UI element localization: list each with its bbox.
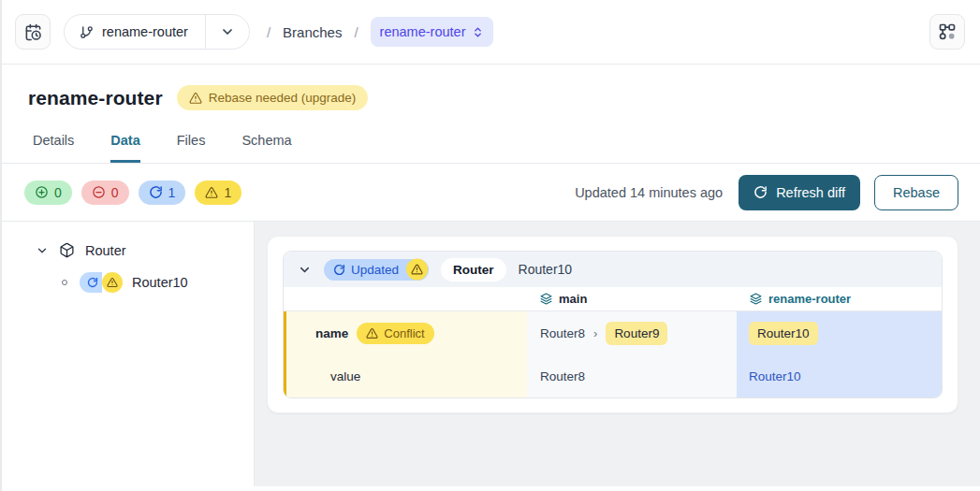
field-value-cell: value (284, 354, 527, 397)
updated-status-badge: Updated (324, 259, 429, 281)
main-column-label: main (559, 292, 587, 306)
layers-icon (540, 293, 552, 305)
value-branch-value: Router10 (749, 369, 801, 383)
diff-toolbar: 0 0 1 1 Updated 14 minutes ago Ref (2, 164, 980, 222)
breadcrumb-branch-name: rename-router (380, 24, 466, 39)
tree-item-router[interactable]: Router (36, 242, 254, 258)
workflow-icon (938, 22, 957, 41)
diff-table: main rename-router name (284, 287, 942, 397)
field-name-cell: name Conflict (284, 311, 527, 354)
change-arrow: › (593, 326, 597, 340)
refresh-icon (149, 185, 163, 199)
chevron-down-icon[interactable] (298, 263, 312, 277)
updated-conflict-status-badge (80, 272, 123, 293)
history-button[interactable] (15, 14, 51, 50)
page-body: Router Router10 (2, 222, 980, 486)
last-updated-text: Updated 14 minutes ago (575, 185, 723, 200)
layers-icon (750, 293, 762, 305)
branch-selector-value: rename-router (102, 24, 188, 39)
removed-count-badge: 0 (81, 181, 129, 205)
breadcrumb-branches-link[interactable]: Branches (283, 24, 342, 40)
entity-instance-name: Router10 (519, 262, 573, 277)
breadcrumb-branch-picker[interactable]: rename-router (371, 17, 494, 47)
conflict-count: 1 (224, 185, 231, 200)
key-column-header (284, 287, 527, 311)
refresh-icon (80, 272, 102, 293)
workflow-view-button[interactable] (929, 14, 965, 50)
breadcrumb: / Branches / rename-router (267, 17, 494, 47)
rebase-needed-label: Rebase needed (upgrade) (209, 91, 357, 105)
name-branch-value-cell: Router10 (737, 311, 942, 354)
conflict-badge-label: Conflict (384, 326, 424, 340)
tree-child-label: Router10 (132, 275, 188, 290)
calendar-clock-icon (24, 23, 42, 41)
branch-selector-caret[interactable] (206, 15, 249, 49)
diff-stats: 0 0 1 1 (24, 181, 241, 205)
minus-circle-icon (92, 185, 106, 199)
warning-triangle-icon (102, 272, 123, 293)
name-old-value: Router8 (540, 326, 585, 340)
chevrons-up-down-icon (472, 26, 484, 38)
chevron-down-icon[interactable] (36, 244, 49, 257)
field-name-label: name (315, 326, 348, 340)
git-branch-icon (80, 25, 94, 39)
top-bar: rename-router / Branches / rename-router (2, 0, 980, 65)
branch-column-label: rename-router (768, 292, 851, 306)
main-column-header: main (527, 287, 737, 311)
tree-item-router10[interactable]: Router10 (62, 272, 254, 293)
modified-count: 1 (168, 185, 176, 200)
updated-status-label: Updated (351, 263, 399, 277)
value-old-value: Router8 (540, 369, 585, 383)
warning-triangle-icon (406, 259, 428, 281)
added-count-badge: 0 (24, 181, 72, 205)
warning-triangle-icon (366, 327, 378, 339)
field-value-label: value (330, 369, 360, 383)
breadcrumb-separator: / (354, 24, 358, 40)
refresh-diff-button[interactable]: Refresh diff (739, 175, 860, 210)
warning-triangle-icon (205, 186, 218, 199)
conflict-count-badge: 1 (195, 181, 241, 205)
refresh-icon (333, 264, 345, 276)
diff-results-card: Updated Router Router10 (267, 236, 958, 413)
tab-schema[interactable]: Schema (241, 133, 291, 163)
rebase-needed-badge: Rebase needed (upgrade) (177, 85, 369, 110)
tree-bullet-icon (62, 280, 67, 285)
tab-data[interactable]: Data (110, 133, 139, 163)
name-new-value-highlight: Router9 (606, 322, 667, 345)
tab-files[interactable]: Files (177, 133, 206, 163)
page-header: rename-router Rebase needed (upgrade) De… (2, 65, 980, 164)
name-branch-value-highlight: Router10 (749, 322, 818, 345)
warning-triangle-icon (189, 92, 202, 105)
tab-details[interactable]: Details (33, 133, 74, 163)
branch-selector[interactable]: rename-router (64, 14, 250, 50)
refresh-icon (753, 185, 768, 199)
rebase-button[interactable]: Rebase (874, 175, 958, 210)
value-main-value-cell: Router8 (527, 354, 737, 397)
conflict-badge: Conflict (357, 323, 433, 344)
refresh-diff-label: Refresh diff (776, 185, 845, 200)
tree-root-label: Router (85, 243, 126, 258)
added-count: 0 (54, 185, 62, 200)
name-main-value-cell: Router8 › Router9 (527, 311, 737, 354)
value-branch-value-cell: Router10 (737, 354, 942, 397)
branch-selector-label-segment[interactable]: rename-router (65, 15, 205, 49)
chevron-down-icon (220, 24, 235, 39)
diff-tree-sidebar: Router Router10 (2, 222, 255, 486)
breadcrumb-separator: / (267, 24, 271, 40)
branch-column-header: rename-router (737, 287, 942, 311)
diff-card-header[interactable]: Updated Router Router10 (284, 252, 942, 287)
diff-main-area: Updated Router Router10 (255, 222, 980, 486)
rebase-label: Rebase (893, 185, 940, 200)
removed-count: 0 (111, 185, 119, 200)
package-icon (59, 242, 75, 258)
tab-bar: Details Data Files Schema (28, 133, 954, 163)
page-title: rename-router (28, 87, 163, 109)
router10-diff-card: Updated Router Router10 (283, 251, 943, 398)
modified-count-badge: 1 (139, 181, 186, 205)
entity-type-badge: Router (441, 258, 506, 282)
plus-circle-icon (35, 185, 49, 199)
